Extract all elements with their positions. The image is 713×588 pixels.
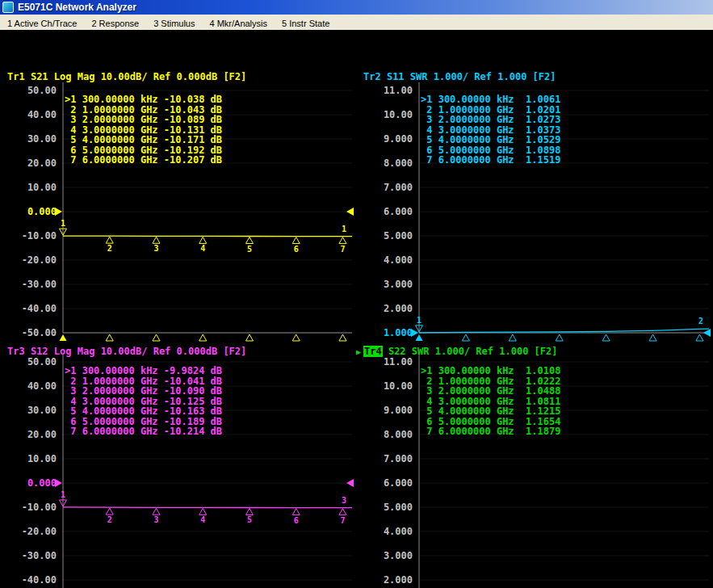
marker-row: 3 2.0000000 GHz 1.0488	[421, 386, 560, 397]
menu-instr-state[interactable]: 5 Instr State	[275, 16, 337, 28]
app-icon	[2, 2, 14, 13]
panel-tr1: 50.0040.0030.0020.0010.000.000-10.00-20.…	[0, 61, 356, 345]
sparam-label: S11	[387, 71, 405, 82]
ref-level-label: Ref 0.000dB	[153, 71, 217, 82]
marker-row: 7 6.0000000 GHz 1.1519	[421, 155, 560, 166]
trace-header: ▶Tr3 S12 Log Mag 10.00dB/ Ref 0.000dB [F…	[7, 346, 246, 357]
marker-row: >1 300.00000 kHz -10.038 dB	[65, 94, 222, 105]
marker-row: 3 2.0000000 GHz 1.0273	[421, 115, 560, 125]
svg-text:7: 7	[340, 516, 345, 525]
ref-level-label: Ref 1.000	[474, 71, 526, 82]
marker-row: 7 6.0000000 GHz -10.207 dB	[65, 155, 222, 166]
window-title: E5071C Network Analyzer	[18, 2, 136, 13]
marker-table: >1 300.00000 kHz -9.9824 dB 2 1.0000000 …	[65, 366, 222, 437]
ref-level-label: Ref 0.000dB	[153, 346, 217, 357]
menu-stimulus[interactable]: 3 Stimulus	[146, 16, 202, 28]
screen-label: [F2]	[223, 71, 246, 82]
svg-text:5: 5	[247, 245, 252, 254]
svg-text:3: 3	[342, 496, 346, 505]
svg-text:1: 1	[417, 316, 422, 325]
panel-tr4: 11.0010.009.0008.0007.0006.0005.0004.000…	[356, 345, 713, 588]
svg-text:1: 1	[61, 219, 65, 228]
ref-level-label: Ref 1.000	[476, 346, 528, 357]
trace-label[interactable]: Tr4	[363, 346, 383, 357]
marker-row: >1 300.00000 kHz 1.0061	[421, 94, 560, 105]
marker-row: 5 4.0000000 GHz 1.1215	[421, 406, 560, 417]
svg-text:3: 3	[153, 515, 158, 524]
trace-header: ▶Tr1 S21 Log Mag 10.00dB/ Ref 0.000dB [F…	[7, 71, 246, 82]
svg-text:1: 1	[342, 225, 346, 233]
marker-row: 3 2.0000000 GHz -10.090 dB	[65, 386, 222, 397]
svg-text:2: 2	[698, 317, 703, 326]
marker-table: >1 300.00000 kHz 1.0061 2 1.0000000 GHz …	[421, 94, 560, 166]
marker-row: 7 6.0000000 GHz -10.214 dB	[65, 426, 222, 437]
format-label: Log Mag 10.00dB/	[54, 346, 148, 357]
menu-bar: 1 Active Ch/Trace2 Response3 Stimulus4 M…	[0, 15, 713, 30]
marker-row: 5 4.0000000 GHz 1.0529	[421, 135, 560, 145]
marker-table: >1 300.00000 kHz -10.038 dB 2 1.0000000 …	[65, 94, 222, 166]
sparam-label: S12	[31, 346, 48, 357]
menu-mkr-analysis[interactable]: 4 Mkr/Analysis	[202, 16, 275, 28]
format-label: Log Mag 10.00dB/	[54, 71, 148, 82]
svg-text:2: 2	[107, 515, 112, 524]
svg-text:2: 2	[107, 244, 112, 253]
screen-label: [F2]	[533, 71, 556, 82]
menu-active-ch-trace[interactable]: 1 Active Ch/Trace	[0, 16, 84, 28]
panel-tr2: 11.0010.009.0008.0007.0006.0005.0004.000…	[356, 61, 713, 345]
marker-table: >1 300.00000 kHz 1.0108 2 1.0000000 GHz …	[421, 366, 560, 437]
menu-response[interactable]: 2 Response	[84, 16, 146, 28]
sparam-label: S22	[388, 346, 406, 357]
screen-label: [F2]	[223, 346, 246, 357]
analyzer-screen: 50.0040.0030.0020.0010.000.000-10.00-20.…	[0, 30, 713, 588]
trace-label[interactable]: Tr2	[363, 71, 381, 82]
trace-header: ▶Tr4 S22 SWR 1.000/ Ref 1.000 [F2]	[363, 346, 558, 357]
svg-text:5: 5	[247, 515, 252, 524]
marker-row: 3 2.0000000 GHz -10.089 dB	[65, 115, 222, 125]
marker-row: 7 6.0000000 GHz 1.1879	[421, 426, 560, 437]
marker-row: 5 4.0000000 GHz -10.171 dB	[65, 135, 222, 145]
marker-row: 5 4.0000000 GHz -10.163 dB	[65, 406, 222, 417]
active-trace-arrow-icon: ▶	[356, 346, 361, 358]
sparam-label: S21	[31, 71, 48, 82]
svg-text:6: 6	[294, 245, 299, 254]
trace-label[interactable]: Tr1	[7, 71, 25, 82]
panel-tr3: 50.0040.0030.0020.0010.000.000-10.00-20.…	[0, 345, 356, 588]
marker-row: >1 300.00000 kHz -9.9824 dB	[65, 366, 222, 376]
svg-text:7: 7	[340, 245, 345, 254]
marker-row: >1 300.00000 kHz 1.0108	[421, 366, 560, 376]
trace-label[interactable]: Tr3	[7, 346, 25, 357]
screen-label: [F2]	[535, 346, 558, 357]
svg-text:3: 3	[153, 244, 158, 253]
svg-text:4: 4	[200, 244, 205, 253]
format-label: SWR 1.000/	[412, 346, 470, 357]
svg-text:4: 4	[200, 515, 205, 524]
trace-header: ▶Tr2 S11 SWR 1.000/ Ref 1.000 [F2]	[363, 71, 556, 82]
title-bar: E5071C Network Analyzer	[0, 0, 713, 15]
format-label: SWR 1.000/	[410, 71, 468, 82]
svg-text:6: 6	[294, 516, 299, 525]
svg-text:1: 1	[61, 490, 65, 499]
